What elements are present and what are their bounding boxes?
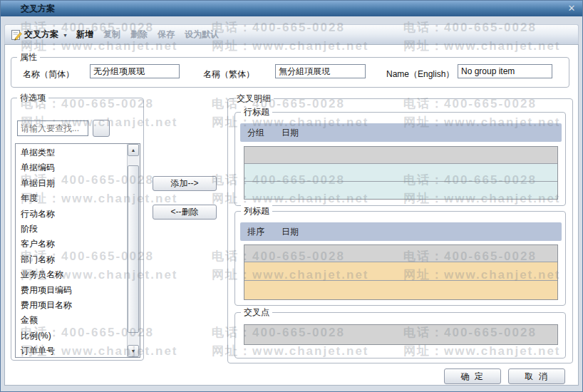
list-item[interactable]: 部门名称 [16,252,128,267]
table-row[interactable] [244,147,557,164]
list-item[interactable]: 金额 [16,313,128,328]
list-item[interactable]: 单据类型 [16,145,128,160]
name-en-label: Name（English） [386,68,454,81]
table-row[interactable] [244,182,557,199]
table-row[interactable] [244,281,557,299]
col-title-groupbox: 列标题 排序日期 [234,211,566,306]
list-item[interactable]: 订单单号 [16,344,128,357]
scheme-menu-button[interactable]: 交叉方案 ▼ [11,29,72,41]
cross-point-legend: 交叉点 [241,306,272,319]
list-item[interactable]: 费用项目编码 [16,283,128,298]
toolbar-action-button[interactable]: 复制 [103,29,120,41]
add-button[interactable]: 添加--> [153,176,217,191]
cancel-button[interactable]: 取 消 [508,368,565,384]
col-title-legend: 列标题 [241,205,272,217]
column-header-label: 排序 [247,226,264,238]
col-title-table [244,244,558,300]
list-item[interactable]: 单据日期 [16,176,128,191]
table-row[interactable] [244,325,557,344]
list-item[interactable]: 阶段 [16,222,128,237]
search-button[interactable] [93,120,110,137]
col-title-header[interactable]: 排序日期 [240,222,562,241]
toolbar-action-button[interactable]: 设为默认 [185,29,219,41]
candidates-legend: 待选项 [17,92,48,104]
edit-icon [11,29,22,41]
window-title: 交叉方案 [21,3,55,15]
candidates-listbox: 单据类型单据编码单据日期年度行动名称阶段客户名称部门名称业务员名称费用项目编码费… [15,143,140,358]
name-tw-field[interactable] [275,64,366,78]
cross-point-groupbox: 交叉点 [234,312,566,359]
row-title-legend: 行标题 [241,106,272,118]
row-title-table [244,146,558,200]
scroll-down-icon[interactable]: ▼ [128,345,139,357]
scrollbar-thumb[interactable] [128,165,139,333]
column-header-label: 日期 [282,226,299,238]
table-row[interactable] [244,164,557,182]
vertical-scrollbar[interactable]: ▲ ▼ [127,144,140,357]
list-item[interactable]: 行动名称 [16,207,128,222]
list-item[interactable]: 客户名称 [16,237,128,252]
table-row[interactable] [244,245,557,262]
list-item[interactable]: 年度 [16,191,128,206]
title-bar: 交叉方案 ✕ [1,1,583,16]
row-title-groupbox: 行标题 分组日期 [234,112,566,206]
close-icon[interactable]: ✕ [565,2,578,15]
toolbar-actions: 新增复制删除保存设为默认 [76,29,219,41]
remove-button[interactable]: <--删除 [153,205,217,220]
toolbar: 交叉方案 ▼ 新增复制删除保存设为默认 [4,24,579,44]
chevron-down-icon: ▼ [63,33,68,38]
toolbar-action-button[interactable]: 保存 [158,29,175,41]
candidates-groupbox: 待选项 单据类型单据编码单据日期年度行动名称阶段客户名称部门名称业务员名称费用项… [11,98,144,361]
list-item[interactable]: 业务员名称 [16,267,128,282]
properties-groupbox: 属性 名称（简体） 名稱（繁体） Name（English） [11,57,569,88]
name-en-field[interactable] [458,64,552,78]
cross-detail-legend: 交叉明细 [234,93,274,105]
ok-button[interactable]: 确 定 [444,368,501,384]
toolbar-action-button[interactable]: 删除 [130,29,148,41]
row-title-header[interactable]: 分组日期 [240,123,562,142]
candidates-list: 单据类型单据编码单据日期年度行动名称阶段客户名称部门名称业务员名称费用项目编码费… [16,145,128,357]
scheme-menu-label: 交叉方案 [24,29,58,41]
list-item[interactable]: 比例(%) [16,329,128,344]
toolbar-action-button[interactable]: 新增 [76,29,93,41]
column-header-label: 日期 [282,127,299,139]
table-row[interactable] [244,262,557,281]
list-item[interactable]: 单据编码 [16,160,128,175]
cross-point-table [244,324,558,345]
search-input[interactable] [17,120,88,136]
properties-legend: 属性 [17,51,40,63]
column-header-label: 分组 [247,127,264,139]
scroll-up-icon[interactable]: ▲ [128,144,139,156]
name-cn-label: 名称（简体） [23,68,74,81]
name-tw-label: 名稱（繁体） [203,68,254,81]
name-cn-field[interactable] [90,64,180,78]
list-item[interactable]: 费用项目名称 [16,298,128,313]
dialog-window: 交叉方案 ✕ 交叉方案 ▼ 新增复制删除保存设为默认 属性 名称（简体） 名稱（… [0,0,583,392]
